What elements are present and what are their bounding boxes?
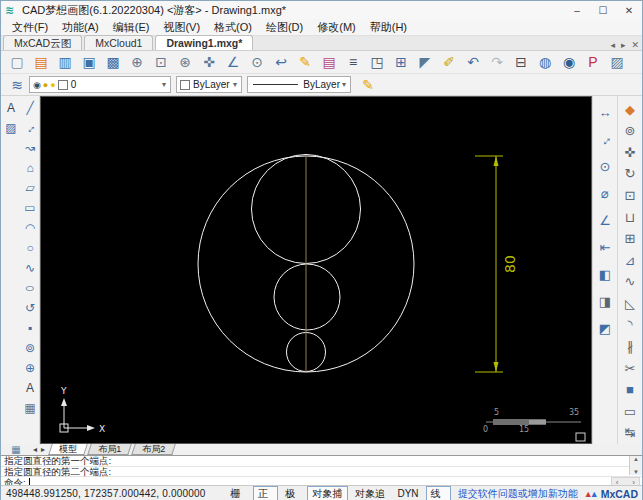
- zoom-previous-button[interactable]: ↩: [269, 51, 293, 73]
- print-button[interactable]: ⊟: [509, 51, 533, 73]
- menu-item-4[interactable]: 格式(O): [207, 19, 259, 35]
- spline-button[interactable]: ∿: [20, 258, 40, 278]
- doc-tab-0[interactable]: MxCAD云图: [3, 35, 82, 50]
- zoom-window-button[interactable]: ⊡: [149, 51, 173, 73]
- color-dropdown[interactable]: ByLayer ▾: [176, 76, 242, 93]
- menu-item-6[interactable]: 修改(M): [310, 19, 363, 35]
- construction-line-button[interactable]: ↔: [20, 118, 40, 138]
- offset-button[interactable]: ⊔: [618, 207, 642, 229]
- dim-update-button[interactable]: ◩: [593, 315, 617, 342]
- tab-close-button[interactable]: ✕: [628, 40, 642, 50]
- arc-button[interactable]: ◠: [20, 218, 40, 238]
- status-toggle-2[interactable]: 极轴: [280, 486, 305, 500]
- layout-tab-0[interactable]: 模型: [48, 444, 88, 455]
- draw-line-button[interactable]: ╱: [20, 98, 40, 118]
- edit-rect-button[interactable]: ▭: [618, 401, 642, 423]
- menu-item-2[interactable]: 编辑(E): [106, 19, 157, 35]
- menu-item-5[interactable]: 绘图(D): [259, 19, 310, 35]
- trim-button[interactable]: ✂: [618, 358, 642, 380]
- ellipse-button[interactable]: ○: [20, 278, 40, 298]
- doc-tab-1[interactable]: MxCloud1: [84, 35, 153, 50]
- linetype-dropdown[interactable]: ByLayer ▾: [247, 76, 351, 93]
- close-button[interactable]: ✕: [616, 2, 642, 19]
- diameter-dim-button[interactable]: ⌀: [593, 180, 617, 207]
- edit-spline-button[interactable]: ∿: [618, 272, 642, 294]
- polyline-button[interactable]: ↝: [20, 138, 40, 158]
- layout-frame-button[interactable]: ◳: [365, 51, 389, 73]
- insert-block-button[interactable]: ⊕: [20, 358, 40, 378]
- image-button[interactable]: ▦: [20, 398, 40, 418]
- layout-scroll-right-button[interactable]: ▸: [39, 445, 47, 454]
- open-folder-button[interactable]: ▥: [53, 51, 77, 73]
- status-toggle-0[interactable]: 栅格: [226, 486, 251, 500]
- status-toggle-3[interactable]: 对象捕捉: [307, 486, 348, 500]
- status-toggle-5[interactable]: DYN: [392, 486, 423, 500]
- radius-dim-button[interactable]: ⊙: [593, 153, 617, 180]
- point-button[interactable]: ▪: [20, 318, 40, 338]
- tab-scroll-left-button[interactable]: ◂: [607, 40, 618, 50]
- insert-image-button[interactable]: ▨: [605, 51, 629, 73]
- array-button[interactable]: ⊞: [618, 228, 642, 250]
- tab-scroll-right-button[interactable]: ▸: [618, 40, 629, 50]
- rotate-button[interactable]: ↻: [618, 164, 642, 186]
- select-object-button[interactable]: ◤: [413, 51, 437, 73]
- layout-tab-2[interactable]: 布局2: [131, 444, 176, 455]
- move-button[interactable]: ✜: [618, 142, 642, 164]
- copy-entity-button[interactable]: ⊚: [20, 338, 40, 358]
- feedback-link[interactable]: 提交软件问题或增加新功能: [458, 487, 578, 500]
- web-settings-button[interactable]: ◉: [557, 51, 581, 73]
- display-settings-button[interactable]: ⊞: [389, 51, 413, 73]
- command-window[interactable]: 指定圆直径的第一个端点: 指定圆直径的第二个端点: 命令: ‹› ▲▼: [1, 455, 642, 485]
- break-button[interactable]: ∦: [618, 336, 642, 358]
- copy-button[interactable]: ⊚: [618, 121, 642, 143]
- menu-item-1[interactable]: 功能(A): [55, 19, 106, 35]
- zoom-dynamic-button[interactable]: ⊛: [173, 51, 197, 73]
- model-space[interactable]: 80 Y X 5 35 0: [41, 97, 596, 443]
- hatch-button[interactable]: ▨: [1, 118, 21, 138]
- maximize-button[interactable]: ☐: [590, 2, 616, 19]
- rectangle-button[interactable]: ▭: [20, 198, 40, 218]
- layout-scroll-left-button[interactable]: ◂: [31, 445, 39, 454]
- undo-button[interactable]: ↶: [461, 51, 485, 73]
- circle-button[interactable]: ○: [20, 238, 40, 258]
- multiline-text-button[interactable]: A: [20, 378, 40, 398]
- status-toggle-1[interactable]: 正交: [253, 486, 278, 500]
- scale-button[interactable]: ⊡: [618, 185, 642, 207]
- save-button[interactable]: ▣: [77, 51, 101, 73]
- open-drawing-button[interactable]: ▤: [29, 51, 53, 73]
- zoom-object-button[interactable]: ⊙: [245, 51, 269, 73]
- menu-item-7[interactable]: 帮助(H): [363, 19, 414, 35]
- canvas-resize-handle[interactable]: [576, 433, 585, 441]
- save-as-button[interactable]: ▩: [101, 51, 125, 73]
- redo-button[interactable]: ↷: [485, 51, 509, 73]
- publish-web-button[interactable]: ◍: [533, 51, 557, 73]
- dim-style-button[interactable]: ◧: [593, 261, 617, 288]
- layer-manager-button[interactable]: ≋: [5, 74, 29, 96]
- erase-button[interactable]: ◆: [618, 99, 642, 121]
- angular-dim-button[interactable]: ∠: [593, 207, 617, 234]
- status-toggle-4[interactable]: 对象追踪: [350, 486, 391, 500]
- status-toggle-6[interactable]: 线宽: [426, 486, 451, 500]
- minimize-button[interactable]: –: [564, 2, 590, 19]
- polygon-button[interactable]: ▱: [20, 178, 40, 198]
- aligned-dim-button[interactable]: ↔: [593, 126, 617, 153]
- dim-edit-button[interactable]: ◨: [593, 288, 617, 315]
- join-button[interactable]: ↹: [618, 422, 642, 444]
- text-style-button[interactable]: A: [1, 98, 21, 118]
- doc-tab-2[interactable]: Drawing1.mxg*: [155, 35, 253, 50]
- new-file-button[interactable]: ▢: [5, 51, 29, 73]
- linear-dim-button[interactable]: ↔: [593, 99, 617, 126]
- chamfer-button[interactable]: ◺: [618, 293, 642, 315]
- mirror-button[interactable]: ⊿: [618, 250, 642, 272]
- color-palette-button[interactable]: ▤: [317, 51, 341, 73]
- menu-item-3[interactable]: 视图(V): [156, 19, 207, 35]
- box-3d-button[interactable]: ■: [618, 379, 642, 401]
- pan-button[interactable]: ✜: [197, 51, 221, 73]
- layer-dropdown[interactable]: ◉ ● ● 0 ▾: [29, 76, 171, 93]
- zoom-extents-button[interactable]: ⊕: [125, 51, 149, 73]
- fillet-button[interactable]: ◝: [618, 315, 642, 337]
- menu-item-0[interactable]: 文件(F): [5, 19, 55, 35]
- text-list-button[interactable]: ≡: [341, 51, 365, 73]
- pdf-export-button[interactable]: P: [581, 51, 605, 73]
- linewidth-pencil-button[interactable]: ✎: [356, 74, 380, 96]
